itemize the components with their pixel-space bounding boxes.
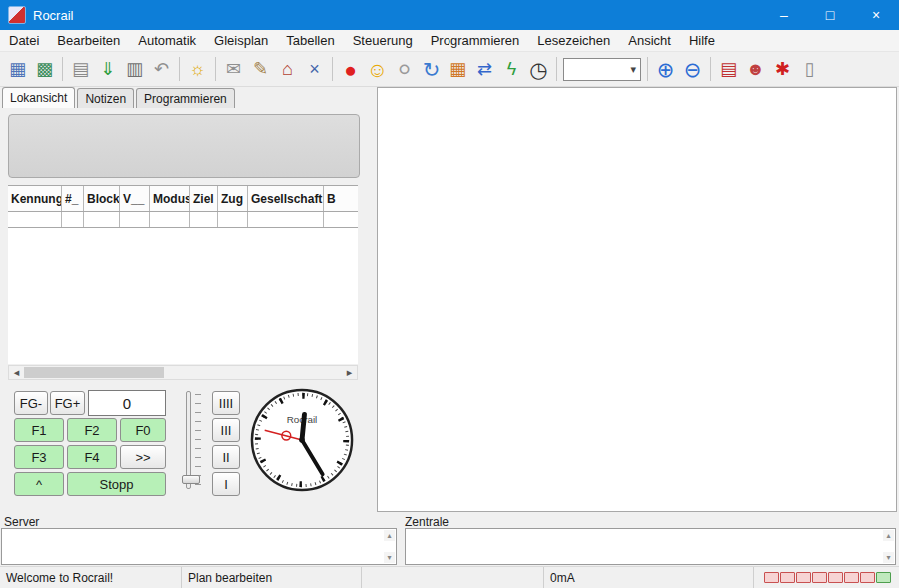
- horizontal-scrollbar[interactable]: ◂ ▸: [8, 365, 358, 380]
- status-current: 0mA: [544, 567, 754, 588]
- toolbar-combobox[interactable]: ▾: [563, 58, 641, 81]
- column-header-ziel[interactable]: Ziel: [190, 186, 218, 211]
- table-cell-empty: [150, 212, 190, 227]
- workspace-icon[interactable]: ▦: [4, 56, 31, 83]
- swap-icon[interactable]: ⇄: [471, 56, 498, 83]
- menu-item-gleisplan[interactable]: Gleisplan: [205, 31, 277, 50]
- trackplan-canvas[interactable]: [377, 87, 897, 512]
- toolbar-separator: [647, 57, 648, 81]
- menubar: Datei Bearbeiten Automatik Gleisplan Tab…: [0, 30, 899, 52]
- loco-table-header: Kennung #_ Block V__ Modus Ziel Zug Gese…: [8, 185, 358, 212]
- column-header-modus[interactable]: Modus: [150, 186, 190, 211]
- delete-icon[interactable]: ×: [301, 56, 328, 83]
- zentrale-log[interactable]: ▴ ▾: [405, 528, 896, 565]
- zoom-out-icon[interactable]: ⊖: [679, 56, 706, 83]
- page-icon[interactable]: ▯: [796, 56, 823, 83]
- status-mode: Plan bearbeiten: [182, 567, 362, 588]
- window-controls: – □ ×: [761, 0, 899, 30]
- tab-notizen[interactable]: Notizen: [77, 88, 134, 108]
- loco-panel: Lokansicht Notizen Programmieren Kennung…: [0, 87, 372, 514]
- close-button[interactable]: ×: [853, 0, 899, 30]
- fg-minus-button[interactable]: FG-: [14, 391, 48, 415]
- column-header-zug[interactable]: Zug: [218, 186, 248, 211]
- ghost-icon[interactable]: ⚪: [391, 56, 418, 83]
- rocview-icon[interactable]: ▩: [31, 56, 58, 83]
- zoom-in-icon[interactable]: ⊕: [652, 56, 679, 83]
- scroll-down-icon[interactable]: ▾: [384, 552, 395, 563]
- more-functions-button[interactable]: >>: [120, 445, 166, 469]
- menu-item-steuerung[interactable]: Steuerung: [344, 31, 422, 50]
- menu-item-hilfe[interactable]: Hilfe: [680, 31, 724, 50]
- scroll-down-icon[interactable]: ▾: [883, 552, 894, 563]
- undo-icon[interactable]: ↶: [148, 56, 175, 83]
- save-icon[interactable]: ⇓: [94, 56, 121, 83]
- table-cell-empty: [120, 212, 150, 227]
- menu-item-tabellen[interactable]: Tabellen: [277, 31, 343, 50]
- f2-button[interactable]: F2: [67, 418, 117, 442]
- power-icon[interactable]: ●: [337, 56, 364, 83]
- report-icon[interactable]: ▤: [715, 56, 742, 83]
- direction-button[interactable]: ^: [14, 472, 64, 496]
- led-indicator: [844, 572, 859, 583]
- bulb-icon[interactable]: ☼: [184, 56, 211, 83]
- scroll-up-icon[interactable]: ▴: [883, 530, 894, 541]
- plug-icon[interactable]: ϟ: [498, 56, 525, 83]
- server-log[interactable]: ▴ ▾: [1, 528, 397, 565]
- speed-step-4-button[interactable]: IIII: [212, 391, 240, 415]
- minimize-button[interactable]: –: [761, 0, 807, 30]
- scrollbar-thumb[interactable]: [24, 367, 164, 378]
- zentrale-label: Zentrale: [405, 515, 449, 529]
- fg-plus-button[interactable]: FG+: [50, 391, 85, 415]
- loco-table-body[interactable]: [8, 228, 358, 364]
- slider-thumb[interactable]: [182, 475, 200, 484]
- f1-button[interactable]: F1: [14, 418, 64, 442]
- chevron-down-icon[interactable]: ▾: [626, 63, 640, 76]
- column-header-b[interactable]: B: [324, 186, 358, 211]
- clock-face: Rocrail: [248, 386, 356, 494]
- column-header-gesellschaft[interactable]: Gesellschaft: [248, 186, 324, 211]
- scroll-up-icon[interactable]: ▴: [384, 530, 395, 541]
- table-cell-empty: [324, 212, 358, 227]
- f0-button[interactable]: F0: [120, 418, 166, 442]
- table-cell-empty: [248, 212, 324, 227]
- home-icon[interactable]: ⌂: [274, 56, 301, 83]
- f4-button[interactable]: F4: [67, 445, 117, 469]
- pencil-icon[interactable]: ✎: [247, 56, 274, 83]
- smiley-icon[interactable]: ☺: [364, 56, 391, 83]
- table-cell-empty: [190, 212, 218, 227]
- query-icon[interactable]: ↻: [418, 56, 445, 83]
- menu-item-programmieren[interactable]: Programmieren: [422, 31, 529, 50]
- chat-icon[interactable]: ✉: [220, 56, 247, 83]
- menu-item-datei[interactable]: Datei: [0, 31, 48, 50]
- tab-lokansicht[interactable]: Lokansicht: [2, 87, 75, 108]
- speed-slider[interactable]: [182, 389, 204, 493]
- speed-step-1-button[interactable]: I: [212, 472, 240, 496]
- stop-button[interactable]: Stopp: [67, 472, 166, 496]
- menu-item-automatik[interactable]: Automatik: [129, 31, 205, 50]
- toolbar-separator: [556, 57, 557, 81]
- menu-item-bearbeiten[interactable]: Bearbeiten: [48, 31, 129, 50]
- scroll-right-icon[interactable]: ▸: [342, 366, 357, 379]
- burst-icon[interactable]: ✱: [769, 56, 796, 83]
- scroll-left-icon[interactable]: ◂: [9, 366, 24, 379]
- column-header-number[interactable]: #_: [62, 186, 84, 211]
- users-icon[interactable]: ☻: [742, 56, 769, 83]
- toolbar-separator: [332, 57, 333, 81]
- slider-ticks: [195, 394, 201, 488]
- column-header-block[interactable]: Block: [84, 186, 120, 211]
- led-indicator: [796, 572, 811, 583]
- led-indicator: [860, 572, 875, 583]
- menu-item-lesezeichen[interactable]: Lesezeichen: [528, 31, 619, 50]
- speed-step-2-button[interactable]: II: [212, 445, 240, 469]
- clock-icon[interactable]: ◷: [525, 56, 552, 83]
- speed-step-3-button[interactable]: III: [212, 418, 240, 442]
- column-header-kennung[interactable]: Kennung: [8, 186, 62, 211]
- f3-button[interactable]: F3: [14, 445, 64, 469]
- column-header-v[interactable]: V__: [120, 186, 150, 211]
- print-icon[interactable]: ▥: [121, 56, 148, 83]
- blocks-icon[interactable]: ▦: [445, 56, 471, 83]
- maximize-button[interactable]: □: [807, 0, 853, 30]
- menu-item-ansicht[interactable]: Ansicht: [619, 31, 680, 50]
- tab-programmieren[interactable]: Programmieren: [136, 88, 235, 108]
- open-icon[interactable]: ▤: [67, 56, 94, 83]
